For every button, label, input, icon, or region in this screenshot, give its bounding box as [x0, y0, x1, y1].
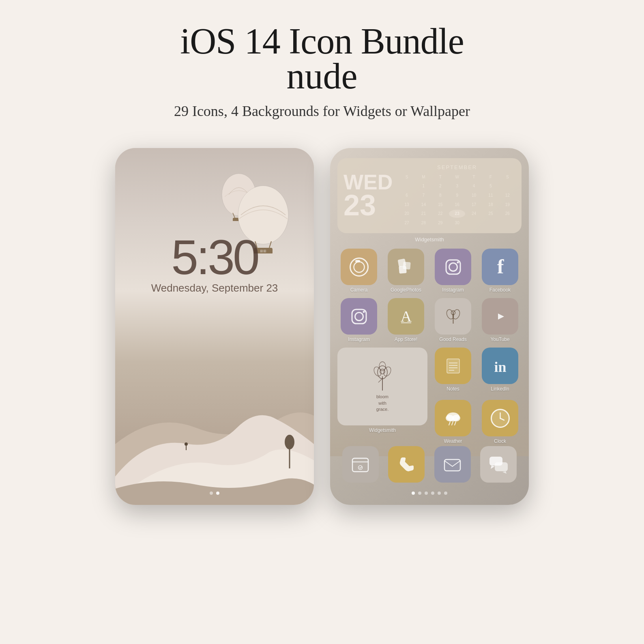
svg-rect-40	[447, 359, 459, 373]
youtube-svg	[489, 305, 511, 328]
calendar-widget[interactable]: WED 23 SEPTEMBER S M T W T F S	[337, 158, 522, 233]
widget-date-num: 23	[343, 191, 393, 220]
calendar-dock-icon	[342, 446, 379, 483]
widget-calendar-right: SEPTEMBER S M T W T F S 1 2 3	[399, 164, 515, 227]
cal-day: 27	[399, 219, 414, 227]
homescreen-page-dots	[330, 492, 529, 495]
app-linkedin[interactable]: in LinkedIn	[479, 348, 522, 392]
cal-day: 30	[449, 219, 465, 227]
clock-svg	[489, 407, 511, 429]
cal-header: T	[432, 173, 448, 181]
cal-day	[483, 219, 498, 227]
cal-day	[466, 219, 482, 227]
app-googlephotos[interactable]: GooglePhotos	[384, 249, 427, 293]
clock-label: Clock	[494, 438, 506, 444]
instagram-label-1: Instagram	[442, 287, 464, 293]
cal-header: F	[483, 173, 498, 181]
svg-point-25	[363, 311, 365, 313]
appstore-label: App Store!	[395, 337, 418, 342]
svg-point-9	[185, 442, 188, 446]
cal-day	[399, 182, 414, 191]
app-weather[interactable]: Weather	[431, 400, 474, 444]
appstore-icon-img: A	[388, 298, 424, 335]
camera-label: Camera	[350, 287, 368, 293]
dock-calendar[interactable]	[342, 446, 379, 483]
svg-point-24	[355, 312, 363, 320]
page-subtitle-cursive: nude	[174, 58, 470, 94]
cal-day: 8	[432, 191, 448, 200]
cal-day: 13	[399, 200, 414, 209]
instagram-svg	[442, 256, 464, 278]
cal-day: 21	[416, 210, 431, 218]
cal-day: 11	[483, 191, 498, 200]
weather-label: Weather	[444, 438, 462, 444]
cal-day: 25	[483, 210, 498, 218]
mail-dock-svg	[441, 453, 464, 476]
instagram2-icon-img	[341, 298, 377, 335]
app-appstore[interactable]: A App Store!	[384, 298, 427, 342]
youtube-label: YouTube	[490, 337, 509, 342]
googlephotos-label: GooglePhotos	[391, 287, 421, 293]
widgetsmith-label: Widgetsmith	[330, 236, 529, 243]
sand-dune-landscape	[115, 363, 314, 505]
weather-svg	[442, 407, 464, 429]
dock-phone[interactable]	[388, 446, 425, 483]
facebook-label: Facebook	[489, 287, 511, 293]
widgetsmith-large-widget[interactable]: bloomwithgrace. Widgetsmith	[337, 348, 427, 444]
app-notes[interactable]: Notes	[431, 348, 474, 392]
app-instagram-1[interactable]: Instagram	[431, 249, 474, 293]
homescreen-phone: WED 23 SEPTEMBER S M T W T F S	[330, 148, 529, 505]
phone-dock-icon	[388, 446, 425, 483]
app-clock[interactable]: Clock	[479, 400, 522, 444]
messages-dock-svg	[487, 453, 510, 476]
cal-day: 7	[416, 191, 431, 200]
app-goodreads[interactable]: Good Reads	[431, 298, 474, 342]
hs-dot-3	[425, 492, 428, 495]
cal-day: 18	[483, 200, 498, 209]
widgetsmith-large-icon: bloomwithgrace.	[337, 348, 427, 425]
widgetsmith-tagline: bloomwithgrace.	[376, 394, 389, 412]
mail-dock-icon	[434, 446, 471, 483]
svg-point-14	[354, 262, 364, 272]
svg-text:in: in	[494, 359, 506, 375]
cal-header: T	[466, 173, 482, 181]
instagram2-svg	[348, 305, 370, 328]
phone-dock-svg	[395, 453, 418, 476]
messages-dock-icon	[480, 446, 517, 483]
cal-day: 14	[416, 200, 431, 209]
cal-day: 12	[500, 191, 515, 200]
svg-rect-18	[399, 266, 407, 274]
dot-2	[216, 492, 219, 495]
dot-1	[210, 492, 213, 495]
app-youtube[interactable]: YouTube	[479, 298, 522, 342]
app-grid-row2: Instagram A App Store!	[337, 298, 522, 342]
cal-day: 17	[466, 200, 482, 209]
svg-point-57	[358, 466, 363, 470]
lockscreen-time: 5:30	[115, 229, 314, 285]
app-instagram-2[interactable]: Instagram	[337, 298, 380, 342]
app-facebook[interactable]: f Facebook	[479, 249, 522, 293]
app-camera[interactable]: Camera	[337, 249, 380, 293]
app-grid-row1: Camera GooglePhotos	[337, 249, 522, 293]
dock-mail[interactable]	[434, 446, 471, 483]
cal-day: 2	[432, 182, 448, 191]
lockscreen-background: ⊞⊞ 5:30 Wednesday, September 23	[115, 148, 314, 505]
photos-icon-img	[388, 249, 424, 285]
cal-day: 22	[432, 210, 448, 218]
weather-icon-img	[435, 400, 471, 436]
linkedin-svg: in	[489, 355, 511, 377]
cal-day: 4	[466, 182, 482, 191]
cal-today: 23	[449, 210, 465, 218]
phones-container: ⊞⊞ 5:30 Wednesday, September 23	[115, 148, 529, 505]
svg-point-48	[452, 415, 460, 421]
dock-messages[interactable]	[480, 446, 517, 483]
homescreen-background: WED 23 SEPTEMBER S M T W T F S	[330, 148, 529, 505]
svg-marker-32	[498, 313, 504, 320]
hs-dot-2	[418, 492, 421, 495]
svg-point-12	[285, 435, 294, 449]
lockscreen-date: Wednesday, September 23	[115, 282, 314, 294]
lockscreen-phone: ⊞⊞ 5:30 Wednesday, September 23	[115, 148, 314, 505]
cal-day: 16	[449, 200, 465, 209]
svg-point-20	[449, 263, 457, 271]
widget-month: SEPTEMBER	[399, 164, 515, 170]
